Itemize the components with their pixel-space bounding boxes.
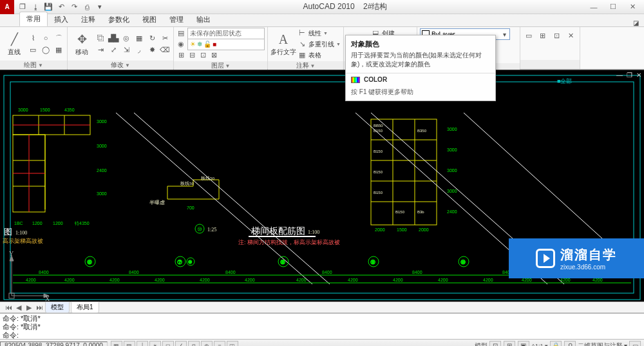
layer-iso-icon[interactable]: ◉ [176,40,185,49]
svg-text:半曝虐: 半曝虐 [149,200,165,206]
array-icon[interactable]: ▦ [133,33,145,43]
status-model[interactable]: 模型 [475,341,488,347]
layer-tool2-icon[interactable]: ⊟ [187,51,196,60]
tab-layout1[interactable]: 布局1 [71,302,99,313]
svg-text:B150: B150 [395,210,405,214]
measure-icon[interactable]: ▭ [523,30,535,41]
circle-icon[interactable]: ○ [40,33,52,43]
ellipse-icon[interactable]: ◯ [40,44,52,55]
snap-toggle[interactable]: ▦ [111,341,122,347]
otrack-toggle[interactable]: ∠ [175,341,187,347]
doc-close-icon[interactable]: ✕ [636,72,641,79]
mtext-button[interactable]: A 多行文字 [270,29,296,60]
layer-combo[interactable]: ☀❄🔓■ [187,39,265,50]
panel-modify-title[interactable]: 修改▼ [68,61,173,70]
coords-readout[interactable]: 820504.3898, 37289.9717, 0.0000 [0,341,108,346]
qat-new-icon[interactable]: ❐ [17,2,28,12]
status-annoscale-icon[interactable]: ⚲ [564,341,576,347]
arc-icon[interactable]: ⌒ [53,33,64,43]
qat-undo-icon[interactable]: ↶ [55,2,67,12]
panel-layer: ▤ 未保存的图层状态 ◉ ☀❄🔓■ ⊞ ⊟ ⊡ ⊠ 图层▼ [174,27,268,69]
grid-toggle[interactable]: ▨ [124,341,135,347]
panel-annot-title[interactable]: 注释▼ [268,61,343,70]
select-icon[interactable]: ⊡ [551,30,563,41]
qat-print-icon[interactable]: ⎙ [81,2,93,12]
stretch-icon[interactable]: ⇲ [120,44,132,55]
layer-tool4-icon[interactable]: ⊠ [209,51,218,60]
osnap-toggle[interactable]: ◻ [162,341,174,347]
panel-util-title [520,60,580,69]
layer-tool1-icon[interactable]: ⊞ [176,51,185,60]
erase-icon[interactable]: ⌫ [159,44,171,55]
tab-prev-icon[interactable]: ◀ [14,303,23,312]
line-button[interactable]: ╱ 直线 [3,28,26,59]
layer-state-combo[interactable]: 未保存的图层状态 [187,28,265,39]
panel-draw-title[interactable]: 绘图▼ [0,61,67,70]
mirror-icon[interactable]: ▟▙ [108,33,119,43]
copy-icon[interactable]: ⿻ [95,33,106,43]
rect-icon[interactable]: ▭ [27,44,39,55]
svg-text:B3b: B3b [417,210,424,214]
ducs-toggle[interactable]: ⧈ [188,341,200,347]
table-button[interactable]: ▦表格 [298,50,341,60]
quickcalc-icon[interactable]: ✕ [565,30,577,41]
tab-annotate[interactable]: 注释 [75,13,102,26]
qat-more-icon[interactable]: ▾ [94,2,106,12]
status-workspace[interactable]: 二维草图与注释 [578,341,623,347]
dim-linear-button[interactable]: ⊢线性▼ [298,28,341,38]
mleader-button[interactable]: ↘多重引线▼ [298,39,341,49]
tab-common[interactable]: 常用 [19,12,48,26]
status-icon3[interactable]: ▣ [518,341,529,347]
svg-text:1200: 1200 [32,221,43,226]
qat-redo-icon[interactable]: ↷ [68,2,80,12]
tab-insert[interactable]: 插入 [48,13,75,26]
tab-view[interactable]: 视图 [136,13,163,26]
tab-parametric[interactable]: 参数化 [102,13,136,26]
status-icon2[interactable]: ⊞ [504,341,515,347]
cmd-history-2: 命令: *取消* [3,323,641,331]
trim-icon[interactable]: ✂ [159,33,171,43]
pline-icon[interactable]: ⌇ [27,33,39,43]
close-button[interactable]: ✕ [623,1,641,13]
status-cleanscreen-icon[interactable]: ▭ [629,341,641,347]
tab-manage[interactable]: 管理 [163,13,190,26]
offset-icon[interactable]: ◎ [120,33,132,43]
fillet-icon[interactable]: ◞ [133,44,145,55]
tab-output[interactable]: 输出 [190,13,217,26]
panel-layer-title[interactable]: 图层▼ [174,61,267,70]
hatch-icon[interactable]: ▦ [53,44,64,55]
layer-tool3-icon[interactable]: ⊡ [198,51,207,60]
status-scale-lock-icon[interactable]: 🔒 [550,341,562,347]
dyn-toggle[interactable]: ⊕ [201,341,213,347]
qat-open-icon[interactable]: ⭳ [30,2,41,12]
ribbon-expand-icon[interactable]: ◪ [633,19,639,26]
move-button[interactable]: ✥ 移动 [70,28,93,59]
doc-max-icon[interactable]: ❐ [627,72,632,79]
explode-icon[interactable]: ✸ [146,44,158,55]
scale-icon[interactable]: ⤢ [108,44,119,55]
app-logo[interactable]: A [0,0,14,14]
svg-text:4200: 4200 [155,278,165,282]
calc-icon[interactable]: ⊞ [537,30,549,41]
lwt-toggle[interactable]: ≡ [214,341,225,347]
qp-toggle[interactable]: ◫ [227,341,238,347]
polar-toggle[interactable]: ✶ [149,341,161,347]
doc-min-icon[interactable]: — [616,72,623,79]
maximize-button[interactable]: ☐ [604,1,622,13]
tab-next-icon[interactable]: ▶ [24,303,33,312]
qat-save-icon[interactable]: 💾 [43,2,54,12]
command-line[interactable]: 命令: *取消* 命令: *取消* 命令: [0,313,644,339]
extend-icon[interactable]: ⇥ [95,44,106,55]
minimize-button[interactable]: — [585,1,603,13]
ortho-toggle[interactable]: └ [137,341,148,347]
tab-first-icon[interactable]: ⏮ [4,303,13,311]
status-icon1[interactable]: ⊡ [489,341,501,347]
rotate-icon[interactable]: ↻ [146,33,158,43]
svg-text:8400: 8400 [129,270,139,274]
svg-text:4200: 4200 [296,278,307,282]
tab-last-icon[interactable]: ⏭ [35,303,44,311]
layer-props-icon[interactable]: ▤ [176,29,185,38]
tab-model[interactable]: 模型 [45,302,70,313]
drawing-area[interactable]: — ❐ ✕ ■全部 3000 1500 4350 [0,70,644,302]
svg-text:B150: B150 [374,129,383,133]
